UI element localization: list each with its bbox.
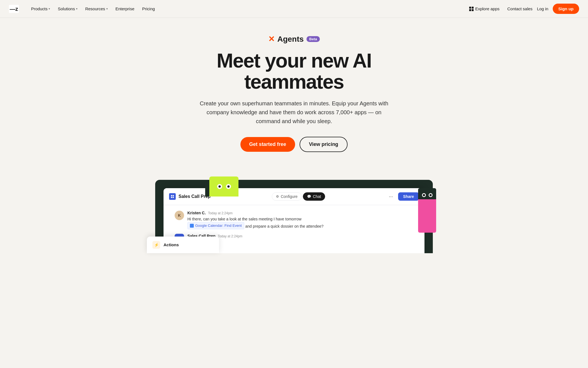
app-toolbar-right: ··· Share	[386, 192, 419, 201]
app-title-icon	[169, 193, 176, 200]
actions-label: Actions	[164, 242, 179, 247]
app-toolbar-tabs: ⚙ Configure 💬 Chat	[272, 192, 325, 201]
app-title: Sales Call Prep	[169, 193, 211, 200]
hero-cta: Get started free View pricing	[240, 137, 348, 152]
nav-pricing[interactable]: Pricing	[139, 4, 158, 13]
configure-tab[interactable]: ⚙ Configure	[272, 192, 302, 201]
monster-right	[418, 188, 436, 233]
nav-links: Products ▾ Solutions ▾ Resources ▾ Enter…	[28, 4, 158, 13]
signup-button[interactable]: Sign up	[553, 4, 579, 14]
hero-subtext: Create your own superhuman teammates in …	[200, 99, 388, 126]
monster-left	[205, 174, 241, 197]
nav-resources[interactable]: Resources ▾	[82, 4, 111, 13]
resources-chevron-icon: ▾	[106, 7, 108, 10]
hero-badge: ✕ Agents Beta	[268, 34, 320, 44]
svg-text:—z: —z	[10, 6, 18, 12]
navbar: —z Products ▾ Solutions ▾ Resources ▾ En…	[0, 0, 588, 18]
message-1-content: Kristen C. Today at 2:24pm Hi there, can…	[187, 211, 413, 229]
hero-section: ✕ Agents Beta Meet your new AI teammates…	[0, 18, 588, 180]
monster-left-eye-2	[226, 184, 231, 189]
svg-rect-5	[173, 197, 174, 198]
nav-enterprise[interactable]: Enterprise	[112, 4, 138, 13]
more-options-button[interactable]: ···	[386, 192, 395, 201]
svg-rect-4	[171, 197, 172, 198]
hero-headline: Meet your new AI teammates	[169, 50, 419, 92]
nav-solutions[interactable]: Solutions ▾	[54, 4, 81, 13]
grid-icon	[469, 7, 474, 11]
actions-panel: ⚡ Actions	[147, 237, 219, 253]
logo[interactable]: —z	[9, 4, 19, 14]
solutions-chevron-icon: ▾	[76, 7, 77, 10]
message-1-header: Kristen C. Today at 2:24pm	[187, 211, 413, 215]
view-pricing-button[interactable]: View pricing	[300, 137, 348, 152]
share-button[interactable]: Share	[398, 192, 419, 201]
user-avatar: K	[175, 211, 184, 220]
message-1-time: Today at 2:24pm	[208, 211, 233, 215]
beta-badge: Beta	[306, 36, 320, 42]
calendar-integration-tag: Google Calendar: Find Event	[187, 222, 244, 229]
lightning-icon: ⚡	[152, 241, 160, 249]
get-started-button[interactable]: Get started free	[240, 137, 295, 152]
chat-message-1: K Kristen C. Today at 2:24pm Hi there, c…	[175, 211, 413, 229]
nav-right: Explore apps Contact sales Log in Sign u…	[466, 4, 579, 14]
nav-products[interactable]: Products ▾	[28, 4, 53, 13]
message-1-sender: Kristen C.	[187, 211, 206, 215]
products-chevron-icon: ▾	[49, 7, 50, 10]
explore-apps-button[interactable]: Explore apps	[466, 4, 503, 13]
message-2-content: Sales Call Prep Today at 2:24pm	[187, 234, 413, 239]
chat-tab[interactable]: 💬 Chat	[303, 192, 325, 201]
contact-sales-link[interactable]: Contact sales	[507, 6, 532, 11]
message-2-header: Sales Call Prep Today at 2:24pm	[187, 234, 413, 238]
login-link[interactable]: Log in	[537, 6, 548, 11]
message-1-text: Hi there, can you take a look at the sal…	[187, 216, 413, 229]
agents-title: Agents	[277, 35, 304, 44]
google-calendar-icon	[190, 224, 194, 228]
message-2-time: Today at 2:24pm	[218, 234, 242, 238]
agents-icon: ✕	[268, 34, 275, 44]
monster-left-eye-1	[217, 184, 222, 189]
svg-rect-2	[171, 195, 172, 196]
app-toolbar: Sales Call Prep ⚙ Configure 💬 Chat ··· S…	[164, 188, 424, 205]
gear-icon: ⚙	[276, 195, 279, 198]
svg-rect-3	[173, 195, 174, 196]
nav-left: —z Products ▾ Solutions ▾ Resources ▾ En…	[9, 4, 158, 14]
monster-right-eye-1	[422, 193, 426, 197]
monster-right-eye-2	[429, 193, 433, 197]
chat-icon: 💬	[307, 195, 311, 198]
